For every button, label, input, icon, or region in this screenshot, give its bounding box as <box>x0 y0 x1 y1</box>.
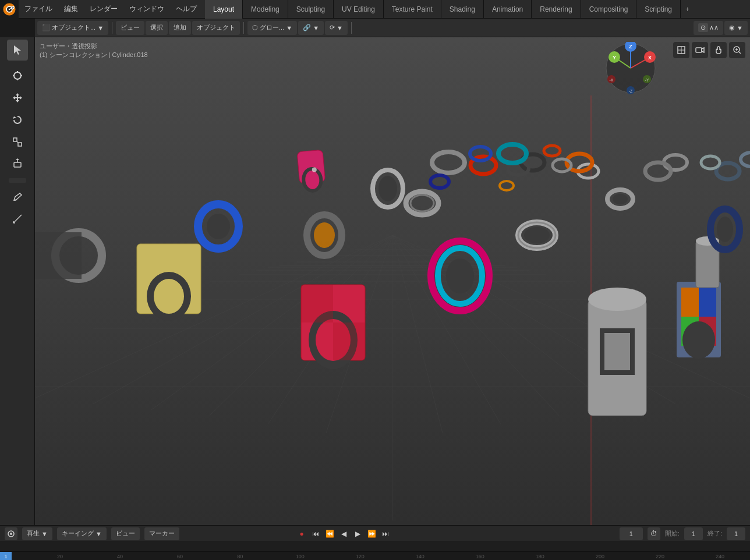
proportional-btn[interactable]: ⟳ ▼ <box>325 21 348 35</box>
transport-controls: ● ⏮ ⏪ ◀ ▶ ⏩ ⏭ <box>295 527 392 540</box>
blender-logo[interactable] <box>0 0 19 19</box>
proportional-dropdown-icon: ▼ <box>337 24 343 31</box>
svg-point-106 <box>378 176 397 201</box>
marker-menu-btn[interactable]: マーカー <box>144 527 179 540</box>
svg-text:-X: -X <box>610 78 614 82</box>
svg-text:-Y: -Y <box>645 78 649 82</box>
mode-dropdown-icon: ▼ <box>97 24 104 31</box>
shading-selector[interactable]: ◉ ▼ <box>724 21 748 35</box>
keying-menu-btn[interactable]: キーイング ▼ <box>57 527 107 540</box>
svg-rect-92 <box>604 333 630 370</box>
viewport-shading-group[interactable]: ⊙ ∧∧ <box>694 21 723 35</box>
menu-help[interactable]: ヘルプ <box>170 0 203 19</box>
play-back-btn[interactable]: ◀ <box>337 527 350 540</box>
svg-rect-74 <box>35 232 82 279</box>
tab-sculpting[interactable]: Sculpting <box>288 0 334 19</box>
frame-num-180: 180 <box>536 554 544 559</box>
transform-selector[interactable]: ⬡ グロー... ▼ <box>247 21 297 35</box>
measure-tool-btn[interactable] <box>7 208 28 229</box>
tab-layout[interactable]: Layout <box>205 0 243 19</box>
play-btn[interactable]: ▶ <box>351 527 364 540</box>
playback-dropdown-icon: ▼ <box>41 530 48 537</box>
left-tools <box>0 37 35 525</box>
timeline: 再生 ▼ キーイング ▼ ビュー マーカー ● ⏮ ⏪ ◀ ▶ ⏩ ⏭ 1 ⏱ … <box>0 525 750 560</box>
start-label: 開始: <box>665 529 680 538</box>
menu-file[interactable]: ファイル <box>19 0 58 19</box>
tab-rendering[interactable]: Rendering <box>532 0 581 19</box>
timeline-scrub[interactable]: 1 20 40 60 80 100 120 140 160 180 200 22… <box>0 542 750 560</box>
step-forward-btn[interactable]: ⏩ <box>365 527 378 540</box>
menu-render[interactable]: レンダー <box>84 0 123 19</box>
svg-rect-94 <box>681 288 699 317</box>
mode-icon: ⬛ <box>42 24 50 31</box>
snap-dropdown-icon: ▼ <box>313 24 319 31</box>
record-btn[interactable]: ● <box>295 527 308 540</box>
view-menu-btn[interactable]: ビュー <box>116 21 144 35</box>
start-frame-display[interactable]: 1 <box>684 527 703 540</box>
tab-modeling[interactable]: Modeling <box>243 0 288 19</box>
frame-num-80: 80 <box>237 554 243 559</box>
move-tool-btn[interactable] <box>7 87 28 108</box>
grab-tool-btn[interactable] <box>710 42 727 58</box>
skip-first-btn[interactable]: ⏮ <box>309 527 322 540</box>
svg-text:-Z: -Z <box>629 89 633 93</box>
svg-rect-10 <box>13 138 17 141</box>
snap-btn[interactable]: 🔗 ▼ <box>298 21 324 35</box>
menu-window[interactable]: ウィンドウ <box>123 0 170 19</box>
end-label: 終了: <box>707 529 722 538</box>
add-menu-btn[interactable]: 追加 <box>169 21 191 35</box>
toolbar-row: ⬛ オブジェクト... ▼ ビュー 選択 追加 オブジェクト ⬡ グロー... … <box>35 19 750 37</box>
ortho-view-btn[interactable] <box>673 42 689 58</box>
view-menu-tl-btn[interactable]: ビュー <box>111 527 140 540</box>
tab-texture-paint[interactable]: Texture Paint <box>384 0 441 19</box>
tab-compositing[interactable]: Compositing <box>581 0 637 19</box>
timeline-header: 再生 ▼ キーイング ▼ ビュー マーカー ● ⏮ ⏪ ◀ ▶ ⏩ ⏭ 1 ⏱ … <box>0 526 750 542</box>
cursor-tool-btn[interactable] <box>7 65 28 86</box>
tab-animation[interactable]: Animation <box>484 0 532 19</box>
camera-view-btn[interactable] <box>692 42 708 58</box>
timer-btn[interactable]: ⏱ <box>648 527 660 540</box>
frame-num-160: 160 <box>476 554 484 559</box>
svg-point-102 <box>717 217 733 242</box>
scale-tool-btn[interactable] <box>7 132 28 153</box>
transform-tool-btn[interactable] <box>7 154 28 175</box>
proportional-icon: ⟳ <box>330 24 335 31</box>
svg-point-98 <box>682 321 715 359</box>
overlay-btn[interactable]: ⊙ <box>698 23 708 32</box>
select-menu-btn[interactable]: 選択 <box>146 21 168 35</box>
add-workspace-button[interactable]: + <box>681 0 694 19</box>
playback-label: 再生 <box>27 529 40 538</box>
tab-scripting[interactable]: Scripting <box>636 0 681 19</box>
svg-rect-11 <box>18 143 22 146</box>
svg-point-72 <box>207 214 230 239</box>
mode-selector[interactable]: ⬛ オブジェクト... ▼ <box>37 21 108 35</box>
menu-edit[interactable]: 編集 <box>58 0 84 19</box>
tab-uv-editing[interactable]: UV Editing <box>334 0 384 19</box>
mode-label: オブジェクト... <box>52 23 95 32</box>
shading-dropdown-icon: ▼ <box>737 24 743 31</box>
tab-shading[interactable]: Shading <box>441 0 484 19</box>
step-back-btn[interactable]: ⏪ <box>323 527 336 540</box>
annotate-tool-btn[interactable] <box>7 186 28 207</box>
timeline-settings-btn[interactable] <box>5 527 17 540</box>
frame-num-40: 40 <box>117 554 123 559</box>
svg-point-90 <box>588 288 646 311</box>
skip-last-btn[interactable]: ⏭ <box>379 527 392 540</box>
keying-label: キーイング <box>62 529 94 538</box>
viewport-controls <box>673 42 745 58</box>
object-menu-btn[interactable]: オブジェクト <box>192 21 240 35</box>
zoom-in-btn[interactable] <box>729 42 745 58</box>
transform-label: グロー... <box>260 23 284 32</box>
select-tool-btn[interactable] <box>7 40 28 61</box>
playback-menu-btn[interactable]: 再生 ▼ <box>22 527 52 540</box>
current-frame-display[interactable]: 1 <box>620 527 643 540</box>
transform-dropdown-icon: ▼ <box>286 24 292 31</box>
viewport[interactable]: ユーザー・透視投影 (1) シーンコレクション | Cylinder.018 <box>35 37 750 525</box>
svg-rect-95 <box>699 288 716 317</box>
rotate-tool-btn[interactable] <box>7 109 28 130</box>
navigation-gizmo[interactable]: X Y Z -X -Y -Z <box>604 42 657 94</box>
svg-rect-13 <box>14 162 21 167</box>
svg-point-82 <box>524 227 550 243</box>
end-frame-display[interactable]: 1 <box>727 527 745 540</box>
svg-point-5 <box>14 72 21 79</box>
